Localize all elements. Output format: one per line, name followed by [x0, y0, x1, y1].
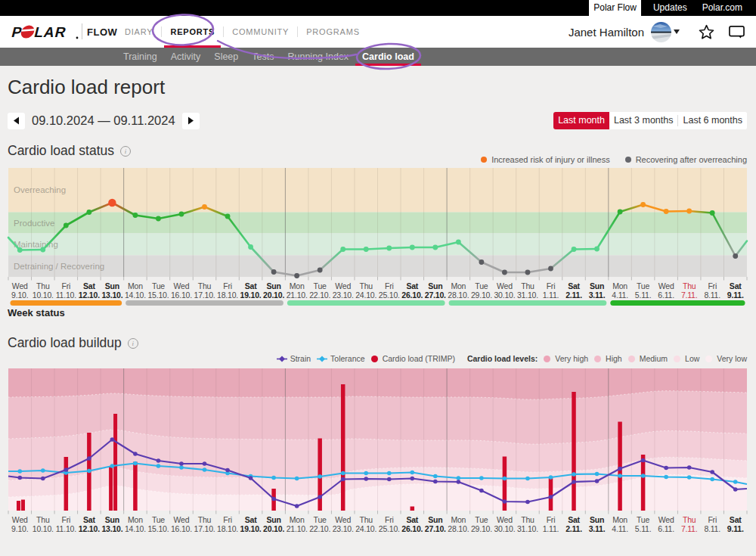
status-point[interactable]: [340, 247, 345, 252]
strain-point[interactable]: [203, 461, 207, 466]
trimp-bar[interactable]: [618, 422, 622, 511]
tolerance-point[interactable]: [687, 475, 692, 480]
status-point[interactable]: [108, 199, 116, 207]
tolerance-point[interactable]: [457, 476, 461, 480]
tolerance-point[interactable]: [271, 476, 276, 480]
trimp-bar[interactable]: [17, 501, 20, 511]
tolerance-point[interactable]: [318, 474, 322, 479]
trimp-bar[interactable]: [21, 500, 25, 511]
tolerance-point[interactable]: [410, 471, 414, 475]
tolerance-point[interactable]: [549, 475, 553, 480]
strain-point[interactable]: [595, 479, 600, 483]
strain-point[interactable]: [410, 477, 414, 481]
subnav-item-cardio-load[interactable]: Cardio load: [355, 48, 421, 66]
strain-point[interactable]: [503, 499, 507, 504]
strain-point[interactable]: [110, 437, 115, 442]
strain-point[interactable]: [41, 477, 45, 481]
tolerance-point[interactable]: [503, 477, 507, 481]
status-point[interactable]: [248, 244, 253, 250]
tolerance-point[interactable]: [479, 476, 484, 480]
topbar-tab-polar-com[interactable]: Polar.com: [699, 0, 745, 16]
tolerance-point[interactable]: [664, 475, 668, 480]
tolerance-point[interactable]: [641, 474, 646, 478]
status-point[interactable]: [479, 259, 484, 265]
status-point[interactable]: [202, 204, 207, 210]
status-point[interactable]: [133, 213, 138, 218]
status-point[interactable]: [156, 216, 161, 222]
status-point[interactable]: [410, 245, 415, 250]
strain-point[interactable]: [295, 504, 299, 508]
tolerance-point[interactable]: [710, 477, 714, 482]
strain-point[interactable]: [641, 458, 646, 463]
status-point[interactable]: [40, 247, 45, 253]
status-point[interactable]: [17, 247, 23, 253]
range-button-last-month[interactable]: Last month: [553, 112, 609, 129]
status-point[interactable]: [686, 209, 692, 214]
trimp-bar[interactable]: [113, 414, 117, 511]
strain-point[interactable]: [664, 466, 668, 471]
status-info-icon[interactable]: i: [120, 146, 131, 157]
strain-point[interactable]: [341, 477, 345, 482]
strain-point[interactable]: [225, 468, 230, 473]
subnav-item-tests[interactable]: Tests: [245, 48, 280, 66]
buildup-info-icon[interactable]: i: [128, 338, 138, 349]
status-point[interactable]: [502, 270, 507, 275]
cardio-load-status-chart[interactable]: OverreachingProductiveMaintainingDetrain…: [0, 168, 756, 307]
tolerance-point[interactable]: [364, 471, 368, 476]
strain-point[interactable]: [364, 477, 368, 481]
status-point[interactable]: [386, 246, 392, 251]
tolerance-point[interactable]: [17, 469, 22, 474]
status-point[interactable]: [548, 266, 553, 272]
subnav-item-sleep[interactable]: Sleep: [207, 48, 245, 66]
status-point[interactable]: [364, 247, 369, 252]
tolerance-point[interactable]: [733, 480, 738, 484]
trimp-bar[interactable]: [109, 467, 113, 511]
tolerance-point[interactable]: [179, 465, 184, 470]
strain-point[interactable]: [17, 476, 22, 480]
nav-item-programs[interactable]: PROGRAMS: [300, 16, 366, 48]
tolerance-point[interactable]: [525, 477, 530, 481]
tolerance-point[interactable]: [133, 461, 138, 466]
subnav-item-activity[interactable]: Activity: [164, 48, 208, 66]
strain-point[interactable]: [549, 495, 553, 499]
status-point[interactable]: [432, 245, 438, 250]
status-point[interactable]: [594, 247, 600, 252]
subnav-item-training[interactable]: Training: [116, 48, 164, 66]
topbar-tab-polar-flow[interactable]: Polar Flow: [589, 0, 641, 16]
tolerance-point[interactable]: [156, 464, 161, 468]
nav-item-reports[interactable]: REPORTS: [164, 16, 221, 48]
tolerance-point[interactable]: [595, 472, 600, 477]
user-avatar[interactable]: [651, 22, 671, 42]
status-point[interactable]: [64, 223, 69, 228]
next-period-button[interactable]: [182, 113, 200, 129]
range-button-last-3-months[interactable]: Last 3 months: [609, 112, 678, 129]
nav-item-diary[interactable]: DIARY: [119, 16, 159, 48]
strain-point[interactable]: [87, 456, 91, 461]
prev-period-button[interactable]: [8, 113, 25, 129]
tolerance-point[interactable]: [572, 472, 576, 477]
trimp-bar[interactable]: [133, 462, 138, 511]
subnav-item-running-index[interactable]: Running Index: [280, 48, 355, 66]
strain-point[interactable]: [479, 489, 484, 493]
strain-point[interactable]: [156, 458, 161, 463]
cardio-load-buildup-chart[interactable]: Wed9.10.Thu10.10.Fri11.10.Sat12.10.Sun13…: [0, 368, 756, 535]
tolerance-point[interactable]: [433, 474, 438, 479]
status-point[interactable]: [572, 247, 577, 252]
strain-point[interactable]: [525, 500, 530, 505]
nav-item-community[interactable]: COMMUNITY: [226, 16, 295, 48]
strain-point[interactable]: [133, 452, 138, 456]
strain-point[interactable]: [179, 461, 184, 466]
strain-point[interactable]: [618, 467, 622, 471]
strain-point[interactable]: [271, 497, 276, 502]
status-point[interactable]: [271, 269, 277, 275]
strain-point[interactable]: [710, 470, 714, 474]
strain-point[interactable]: [387, 477, 392, 482]
tolerance-point[interactable]: [41, 468, 45, 473]
tolerance-point[interactable]: [87, 469, 91, 474]
status-point[interactable]: [618, 210, 623, 215]
status-point[interactable]: [86, 210, 91, 215]
trimp-bar[interactable]: [341, 384, 345, 511]
tolerance-point[interactable]: [618, 474, 622, 478]
status-point[interactable]: [710, 210, 715, 216]
tolerance-point[interactable]: [295, 477, 299, 481]
